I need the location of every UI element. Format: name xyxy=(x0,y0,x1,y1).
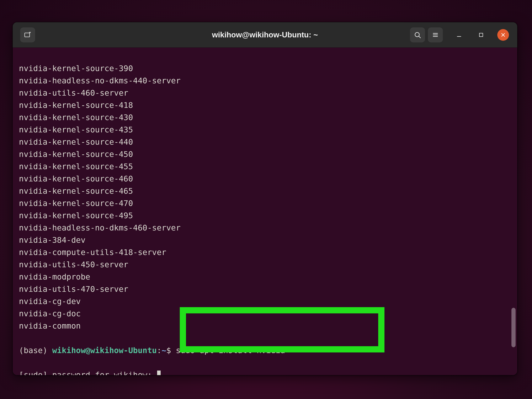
terminal-output-line: nvidia-kernel-source-435 xyxy=(19,124,511,136)
search-icon xyxy=(413,31,421,39)
terminal-output-line: nvidia-common xyxy=(19,320,511,332)
terminal-output-line: nvidia-modprobe xyxy=(19,271,511,283)
search-button[interactable] xyxy=(410,27,425,42)
maximize-button[interactable] xyxy=(475,29,487,41)
minimize-icon xyxy=(456,32,462,38)
close-icon xyxy=(500,32,506,38)
prompt-base: (base) xyxy=(19,346,52,355)
prompt-line: (base) wikihow@wikihow-Ubuntu:~$ sudo ap… xyxy=(19,344,511,357)
close-button[interactable] xyxy=(497,29,509,41)
svg-rect-2 xyxy=(479,33,483,36)
terminal-output-line: nvidia-kernel-source-390 xyxy=(19,62,511,75)
terminal-output-line: nvidia-utils-450-server xyxy=(19,259,511,271)
terminal-output-line: nvidia-384-dev xyxy=(19,234,511,246)
terminal-output-line: nvidia-kernel-source-460 xyxy=(19,173,511,185)
prompt-cwd: ~ xyxy=(161,346,166,355)
terminal-window: wikihow@wikihow-Ubuntu: ~ xyxy=(13,22,518,375)
new-tab-icon xyxy=(24,31,32,39)
terminal-output-line: nvidia-kernel-source-430 xyxy=(19,111,511,124)
terminal-output-line: nvidia-kernel-source-465 xyxy=(19,185,511,197)
terminal-output: nvidia-kernel-source-390nvidia-headless-… xyxy=(19,62,511,332)
terminal-cursor xyxy=(157,371,161,375)
titlebar: wikihow@wikihow-Ubuntu: ~ xyxy=(13,22,517,48)
prompt-colon: : xyxy=(157,346,161,355)
terminal-output-line: nvidia-headless-no-dkms-440-server xyxy=(19,75,511,87)
scrollbar[interactable] xyxy=(511,77,516,372)
minimize-button[interactable] xyxy=(453,29,465,41)
maximize-icon xyxy=(478,32,484,38)
scrollbar-thumb[interactable] xyxy=(511,308,516,347)
terminal-output-line: nvidia-kernel-source-440 xyxy=(19,136,511,148)
terminal-output-line: nvidia-kernel-source-495 xyxy=(19,209,511,222)
prompt-user-host: wikihow@wikihow-Ubuntu xyxy=(52,346,157,355)
hamburger-icon xyxy=(432,31,439,39)
terminal-output-line: nvidia-utils-460-server xyxy=(19,87,511,99)
prompt-command: sudo apt install nvidia xyxy=(176,346,285,355)
terminal-output-line: nvidia-kernel-source-418 xyxy=(19,99,511,111)
terminal-output-line: nvidia-kernel-source-450 xyxy=(19,148,511,160)
terminal-output-line: nvidia-cg-dev xyxy=(19,295,511,308)
terminal-output-line: nvidia-cg-doc xyxy=(19,308,511,320)
terminal-output-line: nvidia-headless-no-dkms-460-server xyxy=(19,222,511,234)
terminal-output-line: nvidia-utils-470-server xyxy=(19,283,511,295)
terminal-output-line: nvidia-kernel-source-455 xyxy=(19,160,511,173)
terminal-output-line: nvidia-kernel-source-470 xyxy=(19,197,511,209)
svg-rect-0 xyxy=(25,33,30,37)
sudo-password-text: [sudo] password for wikihow: xyxy=(19,370,157,375)
prompt-dollar: $ xyxy=(166,346,176,355)
terminal-output-line: nvidia-compute-utils-418-server xyxy=(19,246,511,259)
hamburger-menu-button[interactable] xyxy=(428,27,443,42)
terminal-body[interactable]: nvidia-kernel-source-390nvidia-headless-… xyxy=(13,48,517,375)
new-tab-button[interactable] xyxy=(20,27,35,42)
sudo-password-line: [sudo] password for wikihow: xyxy=(19,369,511,375)
